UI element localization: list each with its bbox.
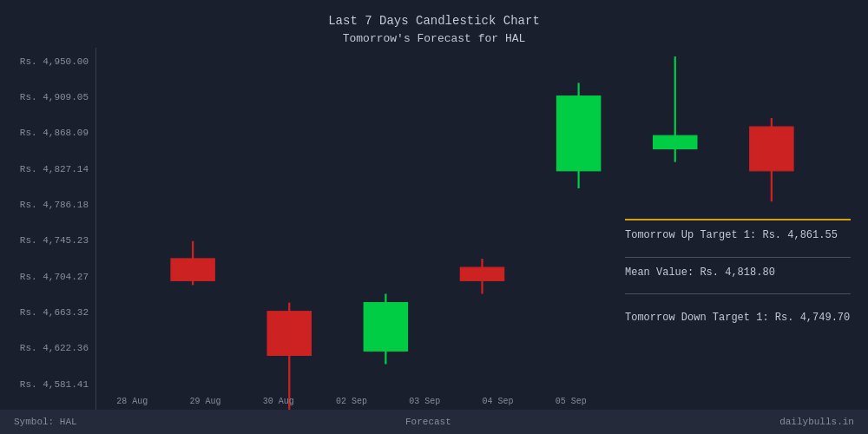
svg-rect-5 <box>364 302 407 351</box>
chart-title-line2: Tomorrow's Forecast for HAL <box>0 30 868 48</box>
y-axis-label: Rs. 4,745.23 <box>0 235 89 246</box>
up-target-line <box>625 219 851 220</box>
info-panel: Tomorrow Up Target 1: Rs. 4,861.55 Mean … <box>608 91 868 435</box>
y-axis-label: Rs. 4,581.41 <box>0 379 89 390</box>
brand-label: dailybulls.in <box>779 417 854 427</box>
bottom-bar: Symbol: HAL Forecast dailybulls.in <box>0 410 868 434</box>
x-axis-labels: 28 Aug29 Aug30 Aug02 Sep03 Sep04 Sep05 S… <box>95 397 608 406</box>
mean-value-text: Mean Value: Rs. 4,818.80 <box>625 265 851 281</box>
chart-body: Rs. 4,950.00Rs. 4,909.05Rs. 4,868.09Rs. … <box>0 48 868 435</box>
y-axis-label: Rs. 4,827.14 <box>0 164 89 174</box>
y-axis-label: Rs. 4,622.36 <box>0 343 89 353</box>
y-axis-label: Rs. 4,663.32 <box>0 307 89 318</box>
y-axis-label: Rs. 4,786.18 <box>0 200 89 210</box>
x-axis-label: 30 Aug <box>263 397 294 406</box>
x-axis-label: 05 Sep <box>556 397 587 406</box>
svg-rect-1 <box>171 259 214 280</box>
svg-rect-7 <box>460 267 503 280</box>
x-axis: 28 Aug29 Aug30 Aug02 Sep03 Sep04 Sep05 S… <box>95 392 608 410</box>
y-axis-label: Rs. 4,909.05 <box>0 92 89 102</box>
x-axis-label: 29 Aug <box>189 397 220 406</box>
down-target-text: Tomorrow Down Target 1: Rs. 4,749.70 <box>625 310 851 326</box>
chart-title: Last 7 Days Candlestick Chart Tomorrow's… <box>0 0 868 48</box>
symbol-label: Symbol: HAL <box>14 417 77 427</box>
y-axis-label: Rs. 4,704.27 <box>0 272 89 282</box>
chart-title-line1: Last 7 Days Candlestick Chart <box>0 12 868 30</box>
x-axis-label: 03 Sep <box>409 397 440 406</box>
x-axis-label: 04 Sep <box>483 397 514 406</box>
y-axis-label: Rs. 4,950.00 <box>0 56 89 67</box>
svg-rect-9 <box>557 95 601 170</box>
forecast-label: Forecast <box>405 417 451 427</box>
x-axis-label: 02 Sep <box>336 397 367 406</box>
mean-divider <box>625 257 851 258</box>
svg-rect-3 <box>267 311 311 355</box>
x-axis-label: 28 Aug <box>116 397 148 406</box>
down-divider <box>625 293 851 294</box>
y-axis: Rs. 4,950.00Rs. 4,909.05Rs. 4,868.09Rs. … <box>0 48 95 435</box>
chart-container: Last 7 Days Candlestick Chart Tomorrow's… <box>0 0 868 434</box>
up-target-text: Tomorrow Up Target 1: Rs. 4,861.55 <box>625 227 851 244</box>
y-axis-label: Rs. 4,868.09 <box>0 128 89 138</box>
